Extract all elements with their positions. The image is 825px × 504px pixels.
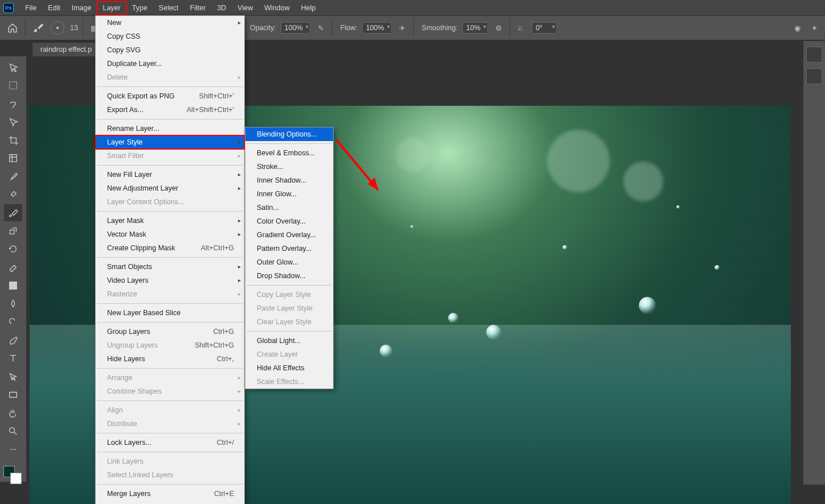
layer-menu-dropdown: NewCopy CSSCopy SVGDuplicate Layer...Del… bbox=[95, 15, 245, 504]
tool-type[interactable] bbox=[4, 350, 22, 367]
layer-menu-merge-visible: Merge VisibleShift+Ctrl+E bbox=[96, 501, 244, 504]
menu-item-label: Create Clipping Mask bbox=[107, 243, 175, 253]
menu-item-label: Arrange bbox=[107, 373, 132, 383]
brush-size-value: 13 bbox=[70, 24, 78, 32]
menu-item-shortcut: Ctrl+G bbox=[214, 327, 234, 337]
panel-button[interactable] bbox=[806, 68, 822, 84]
menu-item-label: Layer Mask bbox=[107, 216, 144, 226]
style-menu-outer-glow[interactable]: Outer Glow... bbox=[245, 255, 333, 269]
layer-menu-layer-style[interactable]: Layer Style bbox=[96, 135, 244, 149]
menu-view[interactable]: View bbox=[232, 2, 258, 14]
menu-help[interactable]: Help bbox=[295, 2, 322, 14]
flow-field[interactable]: 100% bbox=[362, 22, 392, 34]
tool-lasso[interactable] bbox=[4, 95, 22, 112]
tool-move[interactable] bbox=[4, 59, 22, 76]
tool-dodge[interactable] bbox=[4, 313, 22, 331]
style-menu-inner-glow[interactable]: Inner Glow... bbox=[245, 187, 333, 201]
menu-edit[interactable]: Edit bbox=[42, 2, 66, 14]
tool-path-select[interactable] bbox=[4, 368, 22, 385]
gear-icon[interactable]: ⚙ bbox=[492, 22, 505, 34]
style-menu-stroke[interactable]: Stroke... bbox=[245, 160, 333, 173]
layer-menu-layer-mask[interactable]: Layer Mask bbox=[96, 214, 244, 228]
style-menu-color-overlay[interactable]: Color Overlay... bbox=[245, 214, 333, 228]
menu-item-label: Rasterize bbox=[107, 289, 137, 299]
style-menu-drop-shadow[interactable]: Drop Shadow... bbox=[245, 269, 333, 283]
tool-eyedropper[interactable] bbox=[4, 168, 22, 185]
layer-menu-group-layers[interactable]: Group LayersCtrl+G bbox=[96, 325, 244, 338]
tool-gradient[interactable] bbox=[4, 277, 22, 294]
tool-rectangle[interactable] bbox=[4, 386, 22, 403]
layer-menu-new-fill-layer[interactable]: New Fill Layer bbox=[96, 168, 244, 181]
tool-marquee[interactable] bbox=[4, 77, 22, 94]
brush-preview[interactable] bbox=[51, 21, 64, 35]
smoothing-field[interactable]: 10% bbox=[462, 22, 488, 34]
opacity-field[interactable]: 100% bbox=[281, 22, 310, 34]
menu-type[interactable]: Type bbox=[126, 2, 153, 14]
menu-filter[interactable]: Filter bbox=[184, 2, 212, 14]
layer-menu-duplicate-layer[interactable]: Duplicate Layer... bbox=[96, 57, 244, 71]
layer-menu-hide-layers[interactable]: Hide LayersCtrl+, bbox=[96, 352, 244, 366]
document-tab[interactable]: raindrop effect.p bbox=[32, 42, 100, 56]
menu-layer[interactable]: Layer bbox=[97, 2, 126, 14]
menu-item-label: Blending Options... bbox=[257, 129, 317, 139]
style-menu-gradient-overlay[interactable]: Gradient Overlay... bbox=[245, 228, 333, 242]
menu-item-shortcut: Ctrl+, bbox=[217, 354, 234, 364]
tool-crop[interactable] bbox=[4, 131, 22, 148]
layer-menu-video-layers[interactable]: Video Layers bbox=[96, 274, 244, 287]
tool-healing[interactable] bbox=[4, 186, 22, 203]
menu-item-label: Color Overlay... bbox=[257, 216, 306, 226]
pressure-size-icon[interactable]: ◉ bbox=[791, 22, 803, 34]
brush-tool-icon[interactable] bbox=[30, 20, 46, 36]
style-menu-bevel-emboss[interactable]: Bevel & Emboss... bbox=[245, 146, 333, 160]
panel-button[interactable] bbox=[806, 47, 822, 63]
layer-menu-merge-layers[interactable]: Merge LayersCtrl+E bbox=[96, 487, 244, 501]
divider bbox=[25, 20, 26, 36]
tool-frame[interactable] bbox=[4, 150, 22, 167]
tool-brush[interactable] bbox=[4, 204, 22, 221]
menu-item-label: New Layer Based Slice bbox=[107, 308, 180, 318]
tool-more[interactable] bbox=[4, 441, 22, 458]
layer-menu-rename-layer[interactable]: Rename Layer... bbox=[96, 122, 244, 135]
layer-menu-lock-layers[interactable]: Lock Layers...Ctrl+/ bbox=[96, 436, 244, 449]
tool-history-brush[interactable] bbox=[4, 241, 22, 258]
airbrush-icon[interactable]: ✈ bbox=[396, 22, 409, 34]
layer-menu-quick-export-as-png[interactable]: Quick Export as PNGShift+Ctrl+' bbox=[96, 89, 244, 103]
menu-select[interactable]: Select bbox=[153, 2, 184, 14]
flow-label: Flow: bbox=[340, 24, 358, 32]
tool-clone[interactable] bbox=[4, 222, 22, 239]
symmetry-icon[interactable]: ✶ bbox=[808, 22, 820, 34]
layer-menu-create-clipping-mask[interactable]: Create Clipping MaskAlt+Ctrl+G bbox=[96, 241, 244, 255]
menu-image[interactable]: Image bbox=[66, 2, 97, 14]
style-menu-hide-all-effects[interactable]: Hide All Effects bbox=[245, 361, 333, 375]
style-menu-inner-shadow[interactable]: Inner Shadow... bbox=[245, 173, 333, 187]
tool-zoom[interactable] bbox=[4, 423, 22, 440]
style-menu-create-layer: Create Layer bbox=[245, 348, 333, 361]
tool-blur[interactable] bbox=[4, 295, 22, 312]
layer-menu-copy-css[interactable]: Copy CSS bbox=[96, 30, 244, 43]
tool-quick-select[interactable] bbox=[4, 113, 22, 130]
layer-menu-new-layer-based-slice[interactable]: New Layer Based Slice bbox=[96, 306, 244, 320]
layer-menu-vector-mask[interactable]: Vector Mask bbox=[96, 228, 244, 241]
angle-field[interactable]: 0° bbox=[532, 22, 557, 34]
layer-menu-copy-svg[interactable]: Copy SVG bbox=[96, 43, 244, 57]
home-icon[interactable] bbox=[5, 20, 20, 36]
style-menu-blending-options[interactable]: Blending Options... bbox=[245, 127, 333, 141]
layer-menu-smart-objects[interactable]: Smart Objects bbox=[96, 260, 244, 274]
layer-menu-new[interactable]: New bbox=[96, 16, 244, 30]
pressure-opacity-icon[interactable]: ✎ bbox=[315, 22, 327, 34]
menu-3d[interactable]: 3D bbox=[211, 2, 232, 14]
style-menu-global-light[interactable]: Global Light... bbox=[245, 334, 333, 348]
tool-hand[interactable] bbox=[4, 404, 22, 422]
tool-pen[interactable] bbox=[4, 332, 22, 349]
background-color[interactable] bbox=[10, 473, 22, 484]
style-menu-satin[interactable]: Satin... bbox=[245, 201, 333, 214]
layer-menu-new-adjustment-layer[interactable]: New Adjustment Layer bbox=[96, 181, 244, 195]
tool-eraser[interactable] bbox=[4, 259, 22, 276]
style-menu-pattern-overlay[interactable]: Pattern Overlay... bbox=[245, 242, 333, 255]
menu-file[interactable]: File bbox=[19, 2, 42, 14]
menu-bar: Ps FileEditImageLayerTypeSelectFilter3DV… bbox=[0, 0, 825, 15]
layer-menu-export-as[interactable]: Export As...Alt+Shift+Ctrl+' bbox=[96, 103, 244, 117]
menu-separator bbox=[97, 86, 243, 87]
menu-window[interactable]: Window bbox=[258, 2, 295, 14]
menu-item-label: Create Layer bbox=[257, 349, 298, 360]
